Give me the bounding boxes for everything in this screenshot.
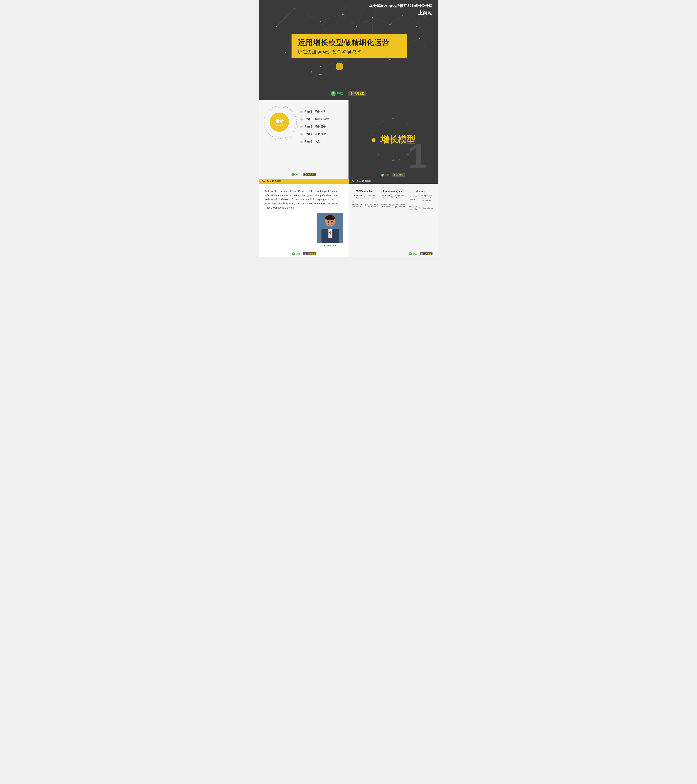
logo-sm-niuge-3: 🍺 鸟哥笔记 [392, 173, 405, 177]
loop-paid-flow: New usersclick an ad ▷ % sign up tofree … [381, 194, 405, 208]
paid-row-2: Budget usedto buy ads ▷ % convert topaid… [381, 203, 405, 209]
bullet-1 [300, 110, 303, 113]
logo-sm-hujiang-4: 沪 沪江 [292, 252, 300, 255]
viral-arrows-v: ↑ ↓ [407, 202, 433, 205]
seo-arrow-1: ▷ [364, 195, 366, 198]
svg-point-51 [285, 52, 286, 53]
svg-point-54 [276, 26, 277, 27]
loops-banner: Part One 增长模型 [348, 179, 438, 184]
hujiang-sm-label-2: 沪江 [385, 173, 389, 177]
loop-seo-title: SEO/Content Loop [351, 190, 379, 193]
logo-sm-niuge-4: 🍺 鸟哥笔记 [303, 252, 316, 255]
hujiang-label: 沪江 [337, 91, 343, 96]
slide1-banner: 运用增长模型做精细化运营 沪江集团 高级运营总监 路盛华 [292, 34, 407, 58]
loops-content: SEO/Content Loop New usersfind content ▷… [348, 179, 438, 257]
svg-point-50 [343, 61, 343, 62]
content-item-3: Part 3 增长案例 [300, 125, 329, 128]
paid-arrow-up: ↑ [383, 200, 384, 203]
paid-node-1: New usersclick an ad [382, 194, 391, 200]
hujiang-sm-4: 沪江 [412, 252, 417, 255]
slide1-main-title: 运用增长模型做精细化运营 [298, 38, 401, 48]
niuge-label: 🍺 鸟哥笔记 [350, 92, 364, 95]
hujiang-icon-sm-4: 沪 [409, 252, 412, 255]
seo-node-3: Google indexesunique content [366, 203, 379, 209]
slide-andrew: Part One 增长模型 Andrew Chen is Head of Rid… [259, 179, 348, 257]
loops-footer: 沪 沪江 🍺 鸟哥笔记 [409, 252, 432, 255]
svg-point-59 [311, 71, 312, 72]
bullet-3 [300, 125, 303, 128]
svg-point-71 [325, 215, 335, 221]
content-item-4-text: Part 4 市场洞察 [305, 132, 326, 136]
paid-node-3: % convert topaid features [395, 203, 405, 209]
seo-node-2: % createnew content [366, 194, 376, 200]
paid-row-1: New usersclick an ad ▷ % sign up tofree … [382, 194, 404, 200]
logo-sm-niuge-5: 🍺 鸟哥笔记 [420, 252, 432, 255]
viral-node-2: % import theiraddress bookssend invites [421, 194, 433, 202]
person-figure [317, 213, 343, 243]
andrew-name: Andrew Chen [317, 244, 343, 247]
paid-arrow-1: ▷ [391, 195, 394, 198]
svg-point-39 [389, 24, 391, 25]
niuge-sm-label: 🍺 鸟哥笔记 [305, 173, 315, 176]
viral-arrow-up: ↑ [409, 202, 410, 205]
andrew-bio: Andrew Chen is Head of Rider Growth at U… [265, 189, 343, 210]
viral-arrow-1: ▷ [418, 196, 420, 199]
paid-arrows-v: ↑ ↓ [381, 200, 405, 203]
svg-point-45 [389, 59, 391, 60]
viral-arrow-down: ↓ [431, 202, 432, 205]
hujiang-icon-sm-3: 沪 [292, 252, 295, 255]
logo-sm-hujiang-3: 沪 沪江 [381, 173, 389, 177]
viral-row-2: Some % clickon the links ▷ % send invite… [407, 205, 433, 211]
andrew-banner-text: Part One 增长模型 [262, 180, 281, 183]
logo-sm-hujiang-2: 沪 沪江 [292, 173, 300, 176]
seo-arrows-v: ↑ ↓ [351, 200, 379, 203]
seo-row-2: People searchfor content ▷ Google indexe… [351, 203, 379, 209]
svg-point-80 [332, 222, 334, 223]
svg-point-52 [415, 26, 417, 27]
loop-paid: Paid marketing loop New usersclick an ad… [381, 190, 405, 211]
bullet-4 [300, 133, 303, 135]
content-item-3-text: Part 3 增长案例 [305, 125, 326, 128]
logo-hujiang-1: 沪 沪江 [331, 91, 343, 96]
seo-node-4: People searchfor content [351, 203, 363, 209]
andrew-banner: Part One 增长模型 [259, 179, 348, 184]
loop-seo: SEO/Content Loop New usersfind content ▷… [351, 190, 379, 211]
content-item-2: Part 2 精细化运营 [300, 117, 329, 121]
slide1-sub-title: 沪江集团 高级运营总监 路盛华 [298, 49, 401, 55]
content-circle-area: 目录 Content [263, 105, 298, 140]
svg-point-53 [419, 38, 420, 39]
seo-row-1: New usersfind content ▷ % createnew cont… [353, 194, 376, 200]
slide-1-title: 鸟哥笔记App运营推广3月巡回公开课 上海站 运用增长模型做精细化运营 沪江集团… [259, 0, 438, 100]
svg-point-49 [320, 66, 321, 67]
hujiang-icon-sm: 沪 [292, 173, 295, 176]
svg-point-38 [372, 17, 373, 18]
slide-contents: 目录 Content Part 1 增长模型 Part 2 精细化运营 Part… [259, 100, 348, 179]
svg-point-35 [320, 21, 321, 21]
content-item-1: Part 1 增长模型 [300, 110, 329, 114]
svg-point-60 [265, 107, 298, 140]
andrew-photo [317, 213, 343, 243]
andrew-content: Andrew Chen is Head of Rider Growth at U… [259, 179, 348, 213]
svg-point-36 [342, 13, 344, 15]
seo-arrow-up: ↑ [353, 200, 354, 203]
loop-viral: Viral loop New userssign up ▷ % import t… [407, 190, 433, 211]
viral-node-1: New userssign up [409, 195, 417, 201]
logo-sm-niuge-2: 🍺 鸟哥笔记 [303, 173, 316, 176]
paid-arrow-down: ↓ [402, 200, 404, 203]
andrew-banner-wrap: Part One 增长模型 [259, 179, 348, 184]
niuge-sm-label-2: 🍺 鸟哥笔记 [393, 174, 404, 176]
loop-paid-title: Paid marketing loop [381, 190, 405, 193]
loops-grid: SEO/Content Loop New usersfind content ▷… [351, 190, 435, 211]
niuge-sm-4: 🍺 鸟哥笔记 [421, 252, 432, 255]
svg-point-37 [356, 26, 358, 27]
hujiang-sm-3: 沪江 [296, 252, 300, 255]
slide1-header: 鸟哥笔记App运营推广3月巡回公开课 上海站 [369, 3, 432, 16]
content-item-2-text: Part 2 精细化运营 [305, 117, 329, 121]
zengzhang-label: ● 增长模型 [371, 134, 415, 145]
paid-node-2: % sign up tofree trial [394, 194, 404, 200]
slide1-logos: 沪 沪江 🍺 鸟哥笔记 [331, 91, 366, 96]
paid-node-4: Budget usedto buy ads [381, 203, 391, 209]
andrew-footer: 沪 沪江 🍺 鸟哥笔记 [292, 252, 316, 255]
logo-sm-hujiang-5: 沪 沪江 [409, 252, 417, 255]
seo-arrow-2: ▷ [364, 204, 366, 207]
